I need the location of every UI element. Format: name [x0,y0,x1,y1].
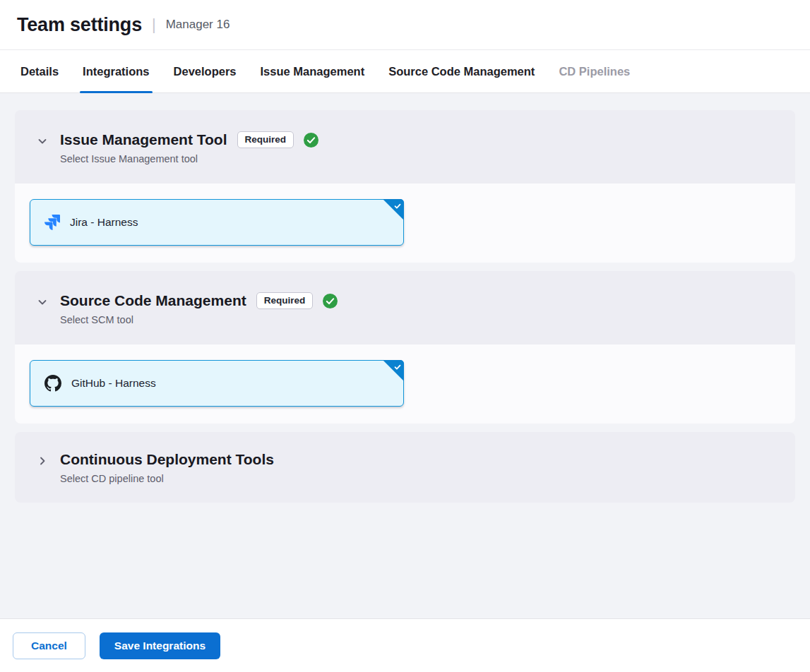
section-scm-body: GitHub - Harness [15,344,795,424]
section-title: Source Code Management [60,292,246,309]
required-badge: Required [237,131,294,148]
tool-card-label: Jira - Harness [70,216,138,229]
chevron-down-icon[interactable] [36,296,49,308]
page-title: Team settings [17,14,142,36]
team-settings-page: Team settings | Manager 16 Details Integ… [0,0,810,672]
tool-card-label: GitHub - Harness [71,377,156,390]
tab-integrations[interactable]: Integrations [71,50,161,92]
section-header-text: Issue Management Tool Required Select Is… [60,131,318,164]
selected-check-icon [383,199,404,220]
tab-source-code-management[interactable]: Source Code Management [376,50,547,92]
tab-details[interactable]: Details [8,50,71,92]
github-icon [44,375,61,392]
tab-cd-pipelines: CD Pipelines [547,50,642,92]
chevron-right-icon[interactable] [36,455,49,467]
tool-card-github-harness[interactable]: GitHub - Harness [30,360,404,407]
section-issue-management-body: Jira - Harness [15,184,795,263]
page-header: Team settings | Manager 16 [0,0,810,50]
cancel-button[interactable]: Cancel [13,632,85,659]
section-subtitle: Select CD pipeline tool [60,473,274,484]
chevron-down-icon[interactable] [36,135,49,148]
required-badge: Required [256,292,314,309]
selected-check-icon [383,360,404,381]
team-name-label: Manager 16 [166,18,230,32]
section-title: Issue Management Tool [60,131,227,148]
section-subtitle: Select Issue Management tool [60,153,318,164]
integrations-content: Issue Management Tool Required Select Is… [0,93,810,618]
tool-card-jira-harness[interactable]: Jira - Harness [30,199,404,246]
tab-issue-management[interactable]: Issue Management [249,50,377,92]
section-header-text: Source Code Management Required Select S… [60,292,338,325]
section-subtitle: Select SCM tool [60,314,338,325]
success-check-icon [304,133,318,148]
section-scm-header[interactable]: Source Code Management Required Select S… [15,271,795,344]
action-footer: Cancel Save Integrations [0,618,810,672]
section-continuous-deployment-tools: Continuous Deployment Tools Select CD pi… [15,432,795,503]
save-integrations-button[interactable]: Save Integrations [100,632,220,659]
section-cd-header[interactable]: Continuous Deployment Tools Select CD pi… [15,432,795,503]
tab-bar: Details Integrations Developers Issue Ma… [0,50,810,93]
tab-developers[interactable]: Developers [162,50,249,92]
section-title: Continuous Deployment Tools [60,451,274,468]
section-issue-management-tool: Issue Management Tool Required Select Is… [15,110,795,263]
title-divider: | [152,16,156,34]
jira-icon [44,215,60,230]
section-issue-management-header[interactable]: Issue Management Tool Required Select Is… [15,110,795,184]
section-header-text: Continuous Deployment Tools Select CD pi… [60,451,274,484]
section-source-code-management: Source Code Management Required Select S… [15,271,795,424]
success-check-icon [323,294,338,308]
